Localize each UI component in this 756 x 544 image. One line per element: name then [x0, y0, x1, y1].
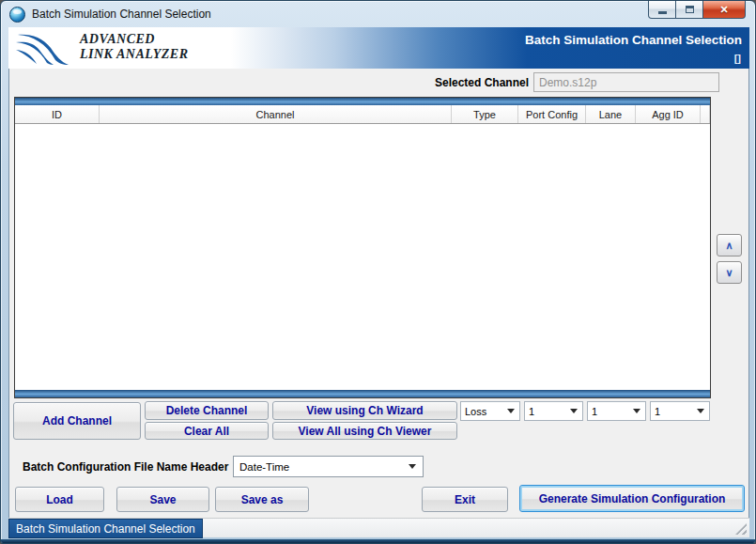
status-badge: Batch Simulation Channel Selection	[8, 519, 203, 538]
view-ch-viewer-button[interactable]: View All using Ch Viewer	[272, 422, 457, 440]
batch-config-header-label: Batch Configuration File Name Header	[23, 460, 228, 474]
selected-channel-field[interactable]	[533, 72, 719, 92]
generate-simulation-configuration-button[interactable]: Generate Simulation Configuration	[519, 485, 745, 512]
lane-dropdown[interactable]: 1	[587, 401, 646, 421]
file-name-header-dropdown[interactable]: Date-Time	[233, 456, 424, 477]
close-icon: ✕	[719, 5, 728, 15]
selected-channel-label: Selected Channel	[386, 76, 529, 89]
column-header-portconfig[interactable]: Port Config	[518, 105, 586, 123]
table-header-row: ID Channel Type Port Config Lane Agg ID	[15, 105, 710, 124]
table-top-bar	[15, 98, 710, 105]
brand-logo-text: ADVANCED LINK ANALYZER	[80, 32, 189, 62]
save-as-button[interactable]: Save as	[215, 487, 309, 512]
page-subtitle: []	[734, 53, 741, 64]
table-bottom-bar	[15, 390, 710, 397]
dropdown-arrow-icon	[697, 409, 704, 413]
delete-channel-button[interactable]: Delete Channel	[145, 401, 269, 420]
caption-buttons: ✕	[648, 1, 746, 19]
column-header-channel[interactable]: Channel	[100, 105, 452, 123]
column-header-id[interactable]: ID	[15, 105, 100, 123]
column-header-aggid[interactable]: Agg ID	[636, 105, 701, 123]
maximize-icon	[686, 6, 694, 13]
brand-line1: ADVANCED	[80, 32, 189, 47]
resize-grip-icon[interactable]	[735, 523, 747, 535]
status-bar: Batch Simulation Channel Selection	[8, 518, 749, 537]
chevron-up-icon: ∧	[725, 240, 733, 252]
save-button[interactable]: Save	[116, 487, 209, 512]
channel-table[interactable]: ID Channel Type Port Config Lane Agg ID	[14, 97, 711, 398]
add-channel-button[interactable]: Add Channel	[13, 402, 141, 440]
dropdown-arrow-icon	[633, 409, 640, 413]
type-dropdown[interactable]: Loss	[460, 401, 520, 421]
agg-id-dropdown[interactable]: 1	[650, 401, 710, 421]
window-title: Batch Simulation Channel Selection	[32, 8, 211, 21]
agg-id-dropdown-value: 1	[655, 406, 660, 417]
app-globe-icon	[9, 7, 25, 23]
view-ch-wizard-button[interactable]: View using Ch Wizard	[272, 401, 457, 420]
move-row-down-button[interactable]: ∨	[717, 261, 742, 284]
dropdown-arrow-icon	[409, 464, 416, 469]
title-bar[interactable]: Batch Simulation Channel Selection ✕	[1, 1, 755, 27]
app-window: Batch Simulation Channel Selection ✕ ADV…	[0, 0, 756, 544]
minimize-button[interactable]	[648, 1, 676, 19]
page-title: Batch Simulation Channel Selection	[525, 33, 742, 47]
minimize-icon	[658, 11, 667, 14]
brand-line2: LINK ANALYZER	[80, 47, 189, 62]
wave-swoosh-logo-icon	[14, 30, 74, 66]
dropdown-arrow-icon	[507, 409, 515, 413]
type-dropdown-value: Loss	[465, 406, 486, 417]
chevron-down-icon: ∨	[725, 267, 733, 279]
column-header-filler	[701, 105, 710, 123]
column-header-type[interactable]: Type	[452, 105, 518, 123]
port-config-dropdown-value: 1	[529, 406, 534, 417]
lane-dropdown-value: 1	[592, 406, 597, 417]
port-config-dropdown[interactable]: 1	[524, 401, 583, 421]
file-name-header-value: Date-Time	[239, 461, 289, 473]
exit-button[interactable]: Exit	[422, 487, 508, 512]
table-body-empty[interactable]	[15, 124, 710, 390]
dropdown-arrow-icon	[570, 409, 578, 413]
load-button[interactable]: Load	[15, 487, 104, 512]
move-row-up-button[interactable]: ∧	[717, 234, 742, 256]
close-button[interactable]: ✕	[702, 1, 746, 19]
column-header-lane[interactable]: Lane	[586, 105, 636, 123]
maximize-button[interactable]	[676, 1, 702, 19]
clear-all-button[interactable]: Clear All	[145, 422, 269, 440]
